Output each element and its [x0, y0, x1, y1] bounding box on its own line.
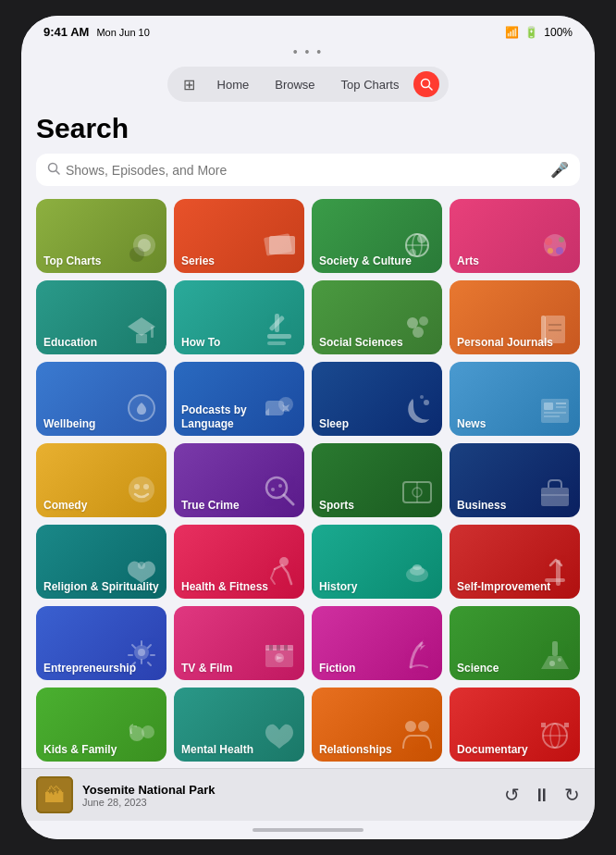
status-bar: 9:41 AM Mon Jun 10 📶 🔋 100%	[21, 16, 595, 43]
tile-kids-family[interactable]: Kids & Family	[36, 688, 166, 762]
tile-label-sleep: Sleep	[312, 412, 356, 436]
tile-label-news: News	[450, 412, 493, 436]
svg-point-45	[143, 484, 149, 489]
svg-rect-20	[151, 327, 154, 338]
tile-wellbeing[interactable]: Wellbeing	[36, 362, 166, 436]
tile-religion-spirituality[interactable]: Religion & Spirituality	[36, 525, 166, 599]
mini-controls: ↺ ⏸ ↻	[504, 784, 580, 806]
tile-true-crime[interactable]: True Crime	[174, 443, 304, 517]
mic-icon[interactable]: 🎤	[550, 161, 569, 179]
tile-label-podcasts-language: Podcasts by Language	[174, 398, 304, 436]
tile-fiction[interactable]: Fiction	[312, 606, 442, 680]
svg-text:🏔: 🏔	[44, 784, 65, 807]
tile-top-charts[interactable]: Top Charts	[36, 199, 166, 273]
tile-label-true-crime: True Crime	[174, 493, 247, 517]
nav-bar-inner: ⊞ Home Browse Top Charts	[167, 67, 450, 102]
tile-sleep[interactable]: Sleep	[312, 362, 442, 436]
svg-point-36	[420, 395, 424, 399]
tile-label-health-fitness: Health & Fitness	[174, 575, 276, 599]
svg-point-6	[129, 247, 144, 262]
tile-social-sciences[interactable]: Social Sciences	[312, 280, 442, 354]
status-time: 9:41 AM	[43, 25, 89, 39]
tile-sports[interactable]: Sports	[312, 443, 442, 517]
tile-label-religion-spirituality: Religion & Spirituality	[36, 575, 166, 599]
tile-mental-health[interactable]: Mental Health	[174, 688, 304, 762]
tile-health-fitness[interactable]: Health & Fitness	[174, 525, 304, 599]
svg-point-12	[417, 234, 426, 243]
tile-label-wellbeing: Wellbeing	[36, 412, 103, 436]
tile-comedy[interactable]: Comedy	[36, 443, 166, 517]
svg-point-18	[548, 248, 553, 254]
tile-science[interactable]: Science	[450, 606, 580, 680]
nav-top-charts[interactable]: Top Charts	[330, 74, 411, 95]
svg-point-72	[558, 658, 561, 662]
tile-history[interactable]: History	[312, 525, 442, 599]
mini-rewind-button[interactable]: ↺	[504, 784, 520, 806]
search-input[interactable]	[66, 163, 545, 178]
svg-rect-53	[541, 488, 569, 506]
tile-self-improvement[interactable]: Self-Improvement	[450, 525, 580, 599]
tile-label-series: Series	[174, 249, 222, 273]
sidebar-toggle[interactable]: ⊞	[177, 71, 203, 97]
tile-label-history: History	[312, 575, 364, 599]
tile-label-business: Business	[450, 493, 513, 517]
tile-podcasts-language[interactable]: Podcasts by Language	[174, 362, 304, 436]
mini-player-title: Yosemite National Park	[82, 783, 495, 797]
content-area: Search 🎤 Top Charts Series Society & Cul…	[21, 109, 595, 768]
nav-search[interactable]	[413, 71, 439, 97]
mini-player-subtitle: June 28, 2023	[82, 797, 495, 808]
svg-point-35	[424, 400, 429, 405]
tile-relationships[interactable]: Relationships	[312, 688, 442, 762]
mini-play-pause-button[interactable]: ⏸	[533, 785, 551, 806]
search-bar[interactable]: 🎤	[36, 154, 580, 186]
tile-label-mental-health: Mental Health	[174, 737, 261, 762]
mini-forward-button[interactable]: ↻	[564, 784, 580, 806]
svg-point-59	[413, 564, 422, 570]
svg-line-47	[284, 495, 293, 504]
tile-label-sports: Sports	[312, 493, 362, 517]
tile-label-entrepreneurship: Entrepreneurship	[36, 656, 143, 680]
svg-point-25	[407, 317, 418, 328]
svg-line-1	[429, 87, 433, 91]
tile-news[interactable]: News	[450, 362, 580, 436]
device: 9:41 AM Mon Jun 10 📶 🔋 100% • • • ⊞ Home…	[21, 16, 595, 839]
tile-documentary[interactable]: Documentary	[450, 688, 580, 762]
tile-how-to[interactable]: How To	[174, 280, 304, 354]
nav-browse[interactable]: Browse	[264, 74, 326, 95]
svg-rect-23	[267, 334, 291, 339]
tile-label-kids-family: Kids & Family	[36, 737, 124, 762]
svg-point-16	[559, 237, 564, 242]
svg-rect-38	[544, 403, 553, 410]
status-date: Mon Jun 10	[96, 27, 149, 38]
page-title: Search	[36, 109, 580, 144]
nav-home[interactable]: Home	[206, 74, 261, 95]
tile-entrepreneurship[interactable]: Entrepreneurship	[36, 606, 166, 680]
battery-icon: 🔋	[524, 26, 538, 39]
svg-rect-24	[267, 341, 286, 345]
svg-point-26	[419, 316, 428, 326]
tile-tv-film[interactable]: TV & Film	[174, 606, 304, 680]
svg-point-76	[418, 721, 429, 732]
svg-rect-19	[136, 334, 147, 343]
tile-label-top-charts: Top Charts	[36, 249, 108, 273]
status-icons: 📶 🔋 100%	[505, 26, 573, 39]
tile-series[interactable]: Series	[174, 199, 304, 273]
tile-label-relationships: Relationships	[312, 737, 400, 762]
tile-personal-journals[interactable]: Personal Journals	[450, 280, 580, 354]
search-bar-icon	[47, 162, 60, 178]
home-bar	[253, 828, 363, 832]
svg-line-3	[56, 171, 60, 175]
svg-rect-66	[269, 645, 273, 651]
tile-education[interactable]: Education	[36, 280, 166, 354]
svg-rect-67	[277, 645, 280, 651]
tile-society-culture[interactable]: Society & Culture	[312, 199, 442, 273]
tile-label-tv-film: TV & Film	[174, 656, 240, 680]
svg-point-43	[129, 477, 154, 502]
svg-point-48	[271, 488, 275, 491]
svg-rect-68	[284, 645, 288, 651]
tile-label-comedy: Comedy	[36, 493, 94, 517]
mini-player[interactable]: 🏔 Yosemite National Park June 28, 2023 ↺…	[21, 768, 595, 821]
tile-arts[interactable]: Arts	[450, 199, 580, 273]
category-grid: Top Charts Series Society & Culture Arts…	[36, 199, 580, 768]
tile-business[interactable]: Business	[450, 443, 580, 517]
